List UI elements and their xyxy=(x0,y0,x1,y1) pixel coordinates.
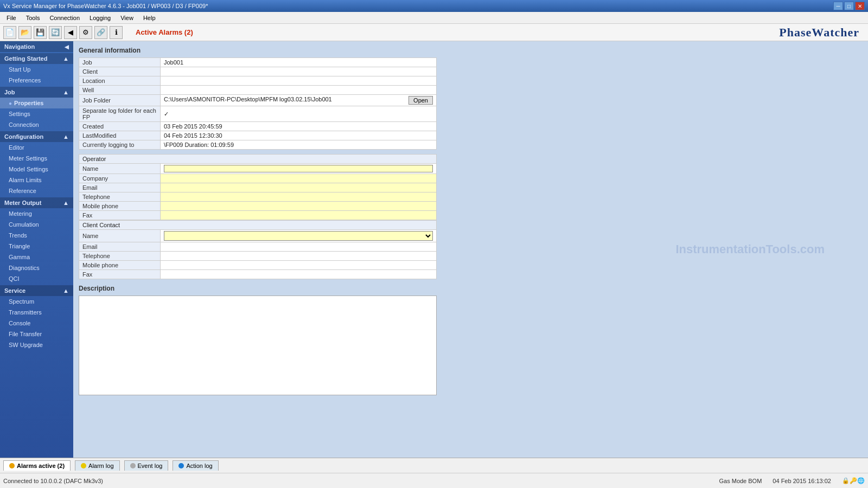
section-header-configuration[interactable]: Configuration ▲ xyxy=(0,131,73,142)
nav-spectrum[interactable]: Spectrum xyxy=(0,296,73,307)
bottom-status-bar: Connected to 10.0.0.2 (DAFC Mk3v3) Gas M… xyxy=(0,473,868,488)
field-label: Location xyxy=(79,76,161,86)
menu-logging[interactable]: Logging xyxy=(85,14,115,22)
open-button[interactable]: Open xyxy=(409,96,433,105)
section-header-service[interactable]: Service ▲ xyxy=(0,285,73,296)
field-value[interactable] xyxy=(161,192,437,202)
field-label: Mobile phone xyxy=(79,202,161,211)
operator-name-input[interactable] xyxy=(164,165,433,172)
nav-startup[interactable]: Start Up xyxy=(0,64,73,75)
table-row: Fax xyxy=(79,211,437,220)
nav-triangle[interactable]: Triangle xyxy=(0,241,73,252)
main-layout: Navigation ◀ Getting Started ▲ Start Up … xyxy=(0,41,868,458)
field-value[interactable] xyxy=(161,230,437,242)
menu-file[interactable]: File xyxy=(2,14,21,22)
table-row: Job Job001 xyxy=(79,58,437,67)
field-value xyxy=(161,76,437,86)
nav-transmitters[interactable]: Transmitters xyxy=(0,307,73,318)
client-name-dropdown[interactable] xyxy=(164,231,433,241)
section-header-job[interactable]: Job ▲ xyxy=(0,87,73,98)
nav-diagnostics[interactable]: Diagnostics xyxy=(0,262,73,273)
field-value[interactable] xyxy=(161,174,437,183)
nav-preferences[interactable]: Preferences xyxy=(0,75,73,86)
nav-alarm-limits[interactable]: Alarm Limits xyxy=(0,175,73,185)
nav-file-transfer[interactable]: File Transfer xyxy=(0,329,73,339)
table-row: Job Folder C:\Users\ASMONITOR-PC\Desktop… xyxy=(79,95,437,106)
toolbar-open[interactable]: 📂 xyxy=(18,26,31,39)
table-row: Fax xyxy=(79,270,437,279)
field-value[interactable] xyxy=(161,164,437,174)
navigation-header: Navigation ◀ xyxy=(0,41,73,52)
section-header-meter-output[interactable]: Meter Output ▲ xyxy=(0,197,73,208)
field-value xyxy=(161,261,437,270)
nav-collapse[interactable]: ◀ xyxy=(65,44,69,50)
menu-view[interactable]: View xyxy=(116,14,138,22)
active-alarms-badge: Active Alarms (2) xyxy=(136,28,193,36)
table-row: Email xyxy=(79,242,437,252)
tab-alarms-active[interactable]: Alarms active (2) xyxy=(3,460,71,471)
menu-tools[interactable]: Tools xyxy=(22,14,44,22)
nav-model-settings[interactable]: Model Settings xyxy=(0,164,73,175)
section-header-getting-started[interactable]: Getting Started ▲ xyxy=(0,53,73,64)
tab-event-log[interactable]: Event log xyxy=(124,460,169,471)
field-value: C:\Users\ASMONITOR-PC\Desktop\MPFM log03… xyxy=(161,95,437,106)
nav-sw-upgrade[interactable]: SW Upgrade xyxy=(0,339,73,350)
tab-alarm-log[interactable]: Alarm log xyxy=(75,460,119,471)
table-row: Client Contact xyxy=(79,221,437,230)
nav-reference[interactable]: Reference xyxy=(0,185,73,196)
toolbar-back[interactable]: ◀ xyxy=(64,26,77,39)
field-value[interactable] xyxy=(161,202,437,211)
field-label: Name xyxy=(79,230,161,242)
title-bar: Vx Service Manager for PhaseWatcher 4.6.… xyxy=(0,0,868,12)
table-row: Telephone xyxy=(79,192,437,202)
nav-meter-settings[interactable]: Meter Settings xyxy=(0,153,73,164)
operator-email-input[interactable] xyxy=(164,184,433,191)
field-label: LastModified xyxy=(79,131,161,140)
menu-help[interactable]: Help xyxy=(139,14,160,22)
nav-console[interactable]: Console xyxy=(0,318,73,329)
close-button[interactable]: ✕ xyxy=(855,2,865,10)
status-tabs-bar: Alarms active (2) Alarm log Event log Ac… xyxy=(0,458,868,473)
toolbar-settings[interactable]: ⚙ xyxy=(79,26,92,39)
table-row: Company xyxy=(79,174,437,183)
toolbar-new[interactable]: 📄 xyxy=(3,26,16,39)
alarm-log-icon xyxy=(81,463,86,468)
field-label: Email xyxy=(79,183,161,192)
client-contact-header: Client Contact xyxy=(79,221,437,230)
field-value[interactable] xyxy=(161,183,437,192)
tab-event-log-label: Event log xyxy=(138,463,163,469)
operator-mobile-input[interactable] xyxy=(164,203,433,209)
maximize-button[interactable]: □ xyxy=(844,2,854,10)
description-title: Description xyxy=(79,285,437,292)
nav-gamma[interactable]: Gamma xyxy=(0,252,73,262)
field-value: 04 Feb 2015 12:30:30 xyxy=(161,131,437,140)
minimize-button[interactable]: ─ xyxy=(833,2,843,10)
nav-settings[interactable]: Settings xyxy=(0,108,73,119)
table-row: Name xyxy=(79,164,437,174)
nav-qci[interactable]: QCI xyxy=(0,273,73,284)
general-info-title: General information xyxy=(79,47,863,54)
nav-cumulation[interactable]: Cumulation xyxy=(0,219,73,230)
toolbar-save[interactable]: 💾 xyxy=(34,26,47,39)
operator-company-input[interactable] xyxy=(164,175,433,182)
nav-properties[interactable]: ●Properties xyxy=(0,98,73,108)
toolbar-refresh[interactable]: 🔄 xyxy=(49,26,62,39)
tab-action-log[interactable]: Action log xyxy=(173,460,218,471)
nav-trends[interactable]: Trends xyxy=(0,230,73,241)
menu-connection[interactable]: Connection xyxy=(45,14,84,22)
toolbar-connect[interactable]: 🔗 xyxy=(94,26,107,39)
operator-telephone-input[interactable] xyxy=(164,194,433,200)
nav-editor[interactable]: Editor xyxy=(0,142,73,153)
toolbar-info[interactable]: ℹ xyxy=(110,26,123,39)
field-value[interactable] xyxy=(161,211,437,220)
operator-fax-input[interactable] xyxy=(164,212,433,219)
field-label: Currently logging to xyxy=(79,140,161,150)
tab-action-log-label: Action log xyxy=(186,463,212,469)
table-row: Currently logging to \FP009 Duration: 01… xyxy=(79,140,437,150)
nav-connection[interactable]: Connection xyxy=(0,119,73,130)
table-row: Created 03 Feb 2015 20:45:59 xyxy=(79,122,437,131)
nav-metering[interactable]: Metering xyxy=(0,208,73,219)
tab-alarm-log-label: Alarm log xyxy=(88,463,113,469)
description-textarea[interactable] xyxy=(85,301,431,388)
field-label: Well xyxy=(79,86,161,95)
